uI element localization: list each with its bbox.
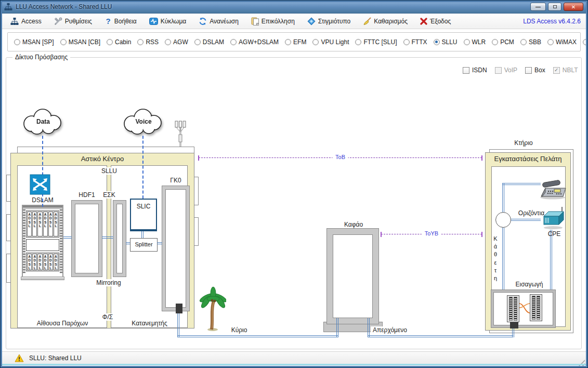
mirroring-label: Mirroring [92, 279, 126, 286]
access-icon [10, 17, 19, 25]
radio-icon [107, 39, 113, 45]
main-cable-label: Κύριο [224, 326, 255, 334]
toolbar-settings[interactable]: Ρυθμίσεις [54, 17, 92, 25]
window-title: LLU Access Network - Shared LLU [16, 3, 112, 10]
checkbox-icon [495, 67, 502, 74]
mode-radio-dslam[interactable]: DSLAM [194, 38, 224, 46]
voice-link-dashed [142, 136, 143, 199]
mode-radio-cabin[interactable]: Cabin [107, 38, 131, 46]
exit-icon [420, 18, 427, 25]
customer-building-label: Κτήριο [503, 139, 544, 147]
checkbox-label: VoIP [504, 67, 517, 74]
adsl-card: A D S L [43, 212, 48, 236]
hdf-esk-link [102, 236, 113, 239]
mode-radio-pcm[interactable]: PCM [492, 38, 514, 46]
mode-radio-msan-cb-[interactable]: MSAN [CB] [60, 38, 100, 46]
switch-icon [30, 174, 50, 195]
radio-icon [492, 39, 498, 45]
checkbox-icon [525, 67, 532, 74]
toolbar-clean[interactable]: Καθαρισμός [363, 17, 408, 25]
checkbox-label: NBLT [563, 67, 578, 74]
adsl-card: A D S L [54, 212, 58, 236]
esk-label: ΕΣΚ [100, 191, 119, 199]
tob-link: ToB [199, 157, 482, 158]
horizontal-wire [511, 219, 541, 221]
cpe-icon [541, 205, 566, 230]
version-label: LDS Access v6.4.2.6 [523, 18, 581, 25]
mode-radio-vpu-light[interactable]: VPU Light [312, 38, 349, 46]
customer-premises-title: Εγκαταστάσεις Πελάτη [486, 155, 570, 163]
checkbox-label: ISDN [472, 67, 487, 74]
entry-label: Εισαγωγή [507, 281, 552, 288]
mode-radio-efm[interactable]: EFM [285, 38, 306, 46]
toolbar-snapshot[interactable]: Στιγμιότυπο [307, 17, 350, 25]
refresh-icon [199, 17, 207, 25]
mdf-room-label: Κατανεμητής [117, 320, 182, 327]
minimize-button[interactable]: — [530, 3, 546, 11]
toolbar-label: Κύκλωμα [161, 18, 187, 25]
mode-radio-rss[interactable]: RSS [137, 38, 159, 46]
splitter-label: Splitter [135, 241, 152, 247]
checkbox-box[interactable]: Box [525, 67, 545, 74]
palm-tree [199, 286, 226, 331]
svg-text:Data: Data [36, 118, 50, 125]
status-bar: SLLU: Shared LLU [2, 351, 586, 364]
gko-frame [162, 186, 189, 311]
radio-icon [137, 39, 143, 45]
esk-frame [113, 201, 126, 277]
mode-label: RSS [146, 38, 159, 46]
building-duct [194, 217, 199, 246]
outgoing-cable [368, 318, 370, 337]
circuit-icon [149, 17, 158, 25]
vertical-label: Κ ά θ ε τ η [492, 235, 499, 282]
checkbox-voip[interactable]: VoIP [495, 67, 517, 74]
radio-icon [60, 39, 67, 45]
checkbox-row: ISDNVoIPBox✓NBLT [463, 67, 578, 74]
mode-radio-fttc-slu-[interactable]: FTTC [SLU] [355, 38, 397, 46]
radio-icon [355, 39, 361, 45]
adsl-card: A D S L [54, 254, 58, 270]
mode-radio-wlr[interactable]: WLR [464, 38, 486, 46]
mode-radio-wimax[interactable]: WiMAX [547, 38, 577, 46]
toolbar-exit[interactable]: Έξοδος [420, 18, 451, 25]
mode-label: AGW [173, 38, 188, 46]
mode-radio-ngin[interactable]: NGIN [583, 38, 588, 46]
mode-label: MSAN [SP] [22, 38, 54, 46]
mode-radio-msan-sp-[interactable]: MSAN [SP] [14, 38, 54, 46]
mode-radio-agw[interactable]: AGW [165, 38, 188, 46]
warning-icon [15, 354, 24, 362]
mode-label: EFM [293, 38, 306, 46]
close-button[interactable]: ✕ [564, 3, 583, 11]
mode-label: WiMAX [556, 38, 577, 46]
toolbar-paste[interactable]: Επικόλληση [251, 17, 295, 25]
checkbox-icon [463, 67, 469, 74]
radio-icon [464, 39, 470, 45]
mode-label: Cabin [115, 38, 131, 46]
mode-radio-fttx[interactable]: FTTX [403, 38, 427, 46]
rack-rail [23, 209, 25, 273]
radio-icon [14, 39, 20, 45]
toolbar-circuit[interactable]: Κύκλωμα [149, 17, 187, 25]
radio-icon [434, 39, 440, 45]
toolbar-help[interactable]: ? Βοήθεια [104, 17, 137, 25]
restore-button[interactable] [548, 3, 561, 11]
outgoing-cable [368, 335, 513, 337]
building-duct [6, 214, 11, 241]
mode-radio-agw-dslam[interactable]: AGW+DSLAM [230, 38, 279, 46]
mode-label: MSAN [CB] [69, 38, 100, 46]
checkbox-nblt[interactable]: ✓NBLT [553, 67, 578, 74]
mode-label: DSLAM [203, 38, 224, 46]
slic-splitter-link [141, 231, 143, 238]
toolbar-refresh[interactable]: Ανανέωση [199, 17, 239, 25]
toyb-label: ToYB [422, 230, 441, 236]
mode-radio-sllu[interactable]: SLLU [434, 38, 458, 46]
toolbar-label: Στιγμιότυπο [318, 18, 350, 25]
checkbox-isdn[interactable]: ISDN [463, 67, 487, 74]
fs-label: Φ/Σ [99, 313, 116, 321]
slic-label: SLIC [137, 203, 151, 210]
phone-icon [537, 177, 567, 200]
adsl-card: A D S L [32, 212, 37, 236]
mode-radio-sbb[interactable]: SBB [520, 38, 541, 46]
toolbar-access[interactable]: Access [10, 17, 42, 25]
radio-icon [583, 39, 588, 45]
